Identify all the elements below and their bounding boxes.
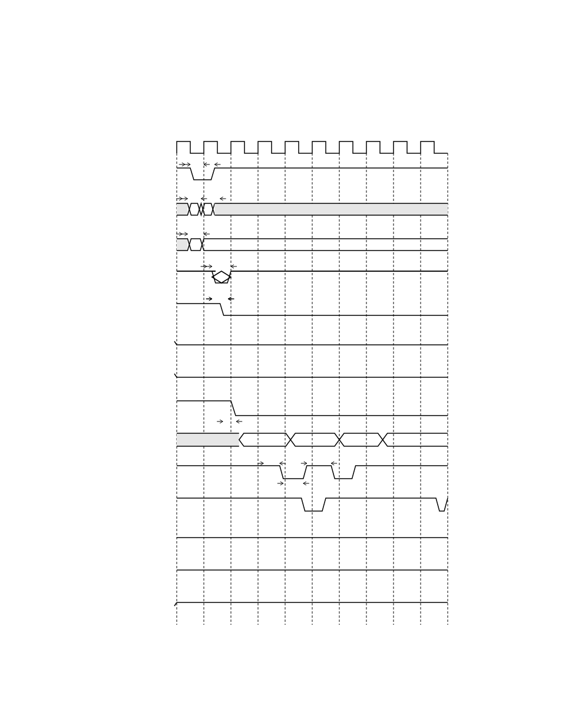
svg-rect-20 xyxy=(177,433,239,446)
svg-rect-11 xyxy=(177,203,187,215)
svg-rect-12 xyxy=(214,203,448,215)
svg-rect-15 xyxy=(177,239,187,251)
timing-diagram xyxy=(0,0,562,728)
